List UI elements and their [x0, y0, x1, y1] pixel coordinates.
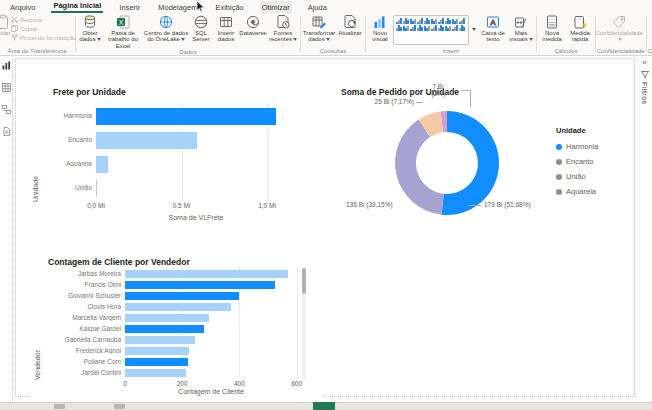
- cut-button[interactable]: Recortar: [11, 16, 76, 23]
- bar-aquarela[interactable]: [96, 156, 108, 173]
- report-view-icon[interactable]: [2, 61, 11, 70]
- dataverse-button[interactable]: Dataverse: [239, 14, 267, 36]
- excel-workbook-button[interactable]: X Pasta de trabalho do Excel: [103, 14, 143, 49]
- visual-icon-filled-map[interactable]: [424, 25, 430, 31]
- bar-poliane-com[interactable]: [125, 358, 188, 366]
- visual-icon-ribbon-chart[interactable]: [459, 18, 465, 24]
- bar-jardel-contini[interactable]: [125, 369, 186, 377]
- bar-gabriella-carnauba[interactable]: [125, 336, 195, 344]
- tab-exibicao[interactable]: Exibição: [213, 1, 245, 13]
- visual-icon-area-chart[interactable]: [445, 18, 451, 24]
- refresh-button[interactable]: Atualizar: [336, 14, 364, 36]
- publish-button[interactable]: Publicar: [648, 14, 652, 36]
- legend: Unidade Harmonia Encanto União Aquarela: [556, 126, 599, 199]
- visual-icon-stacked-area-chart[interactable]: [452, 18, 458, 24]
- group-sensitivity: Confidencialidade Confidencialidade: [597, 13, 645, 55]
- bar-união[interactable]: [96, 180, 97, 197]
- sensitivity-button[interactable]: Confidencialidade: [597, 14, 641, 43]
- bar-francis-olmi[interactable]: [125, 281, 275, 289]
- filters-pane-collapsed[interactable]: « Filtros: [637, 57, 652, 402]
- expand-filters-icon[interactable]: «: [642, 59, 646, 67]
- enter-data-button[interactable]: Inserir dados: [213, 14, 239, 43]
- visual-icon-line-chart[interactable]: [438, 18, 444, 24]
- copy-button[interactable]: Copiar: [11, 25, 76, 32]
- bar-encanto[interactable]: [96, 132, 197, 149]
- visual-icon-scatter-chart[interactable]: [445, 25, 451, 31]
- visual-icon-waterfall-chart[interactable]: [452, 25, 458, 31]
- bar-jarbas-moreira[interactable]: [125, 270, 288, 278]
- visual-scrollbar[interactable]: [302, 268, 306, 380]
- copy-label: Copiar: [20, 26, 38, 32]
- dax-query-view-icon[interactable]: [2, 127, 11, 136]
- legend-dot: [556, 144, 562, 150]
- dataverse-label: Dataverse: [239, 30, 266, 36]
- visual-icon-donut-chart[interactable]: [403, 25, 409, 31]
- format-painter-button[interactable]: Pincel de formatação: [11, 34, 76, 41]
- callout-line: [429, 205, 438, 206]
- tab-arquivo[interactable]: Arquivo: [8, 1, 37, 13]
- scrollbar-thumb[interactable]: [302, 268, 306, 294]
- paste-button[interactable]: Colar: [0, 14, 11, 36]
- visual-icon-funnel[interactable]: [431, 25, 437, 31]
- visual-icon-100-stacked-column-chart[interactable]: [431, 18, 437, 24]
- tab-ajuda[interactable]: Ajuda: [306, 1, 329, 13]
- sql-server-button[interactable]: SQL Server: [189, 14, 213, 43]
- sql-server-icon: [193, 14, 209, 30]
- taskbar-excel-icon[interactable]: [313, 402, 335, 410]
- group-label-data: Dados: [77, 49, 299, 55]
- report-page[interactable]: Frete por Unidade Unidade 0,0 Mi0,5 Mi1,…: [14, 57, 636, 402]
- visual-icon-stacked-bar-chart[interactable]: [396, 18, 402, 24]
- visual-icon-clustered-column-chart[interactable]: [417, 18, 423, 24]
- database-icon: [82, 14, 98, 30]
- visual-icon-map[interactable]: [417, 25, 423, 31]
- bar-clovis-hora[interactable]: [125, 303, 231, 311]
- visual-icon-gauge[interactable]: [438, 25, 444, 31]
- data-view-icon[interactable]: [2, 83, 11, 92]
- taskbar-icon[interactable]: [54, 404, 65, 409]
- more-visuals-button[interactable]: Mais visuais: [507, 14, 535, 43]
- visual-soma-de-pedido-por-unidade[interactable]: Soma de Pedido por Unidade 7 Bi (2%) 25 …: [332, 82, 630, 238]
- visual-icon-matrix[interactable]: [459, 25, 465, 31]
- tab-modelagem[interactable]: Modelagem: [156, 1, 199, 13]
- tab-inserir[interactable]: Inserir: [117, 1, 142, 13]
- onelake-hub-button[interactable]: Centro de dados do OneLake: [143, 14, 189, 43]
- data-label-harmonia: 179 Bi (51,68%): [484, 201, 531, 208]
- get-data-button[interactable]: Obter dados: [77, 14, 103, 43]
- tab-pagina-inicial[interactable]: Página Inicial: [51, 0, 103, 13]
- quick-measure-button[interactable]: Medida rápida: [566, 14, 594, 43]
- group-insert: Novo visual A Caixa de texto Mais visuai…: [367, 13, 535, 55]
- text-box-button[interactable]: A Caixa de texto: [479, 14, 507, 43]
- group-data: Obter dados X Pasta de trabalho do Excel…: [77, 13, 299, 55]
- donut-slice-harmonia[interactable]: [442, 111, 499, 215]
- gallery-more-icon[interactable]: [472, 28, 476, 31]
- model-view-icon[interactable]: [2, 105, 11, 114]
- visual-contagem-de-cliente-por-vendedor[interactable]: Contagem de Cliente por Vendedor Vendedo…: [30, 252, 324, 400]
- tab-otimizar[interactable]: Otimizar: [260, 1, 292, 13]
- visual-frete-por-unidade[interactable]: Frete por Unidade Unidade 0,0 Mi0,5 Mi1,…: [30, 82, 324, 238]
- taskbar-icon[interactable]: [114, 404, 125, 409]
- recent-sources-button[interactable]: Fontes recentes: [267, 14, 299, 43]
- data-label-aquarela: 7 Bi (2%): [416, 83, 460, 97]
- transform-data-button[interactable]: Transformar dados: [302, 14, 336, 43]
- callout-line: [470, 90, 471, 107]
- bar-marcella-vargem[interactable]: [125, 314, 209, 322]
- bar-giovanni-schuster[interactable]: [125, 292, 239, 300]
- visual-icon-pie-chart[interactable]: [396, 25, 402, 31]
- bar-kaique-gardel[interactable]: [125, 325, 204, 333]
- new-measure-button[interactable]: Nova medida: [538, 14, 566, 43]
- bar-harmonia[interactable]: [96, 108, 276, 125]
- visual-icon-treemap[interactable]: [410, 25, 416, 31]
- visual-icon-100-stacked-bar-chart[interactable]: [424, 18, 430, 24]
- legend-item-aquarela[interactable]: Aquarela: [556, 184, 599, 199]
- category-label: Harmonia: [32, 112, 92, 119]
- visual-icon-stacked-column-chart[interactable]: [403, 18, 409, 24]
- legend-item-encanto[interactable]: Encanto: [556, 154, 599, 169]
- visual-icon-clustered-bar-chart[interactable]: [410, 18, 416, 24]
- legend-item-uniao[interactable]: União: [556, 169, 599, 184]
- x-axis-tick: 0,0 Mi: [80, 202, 112, 209]
- legend-item-harmonia[interactable]: Harmonia: [556, 139, 599, 154]
- bar-frederick-agnol[interactable]: [125, 347, 189, 355]
- table-icon: [218, 14, 234, 30]
- new-visual-button[interactable]: Novo visual: [367, 14, 393, 43]
- category-label: Francis Olmi: [33, 281, 121, 288]
